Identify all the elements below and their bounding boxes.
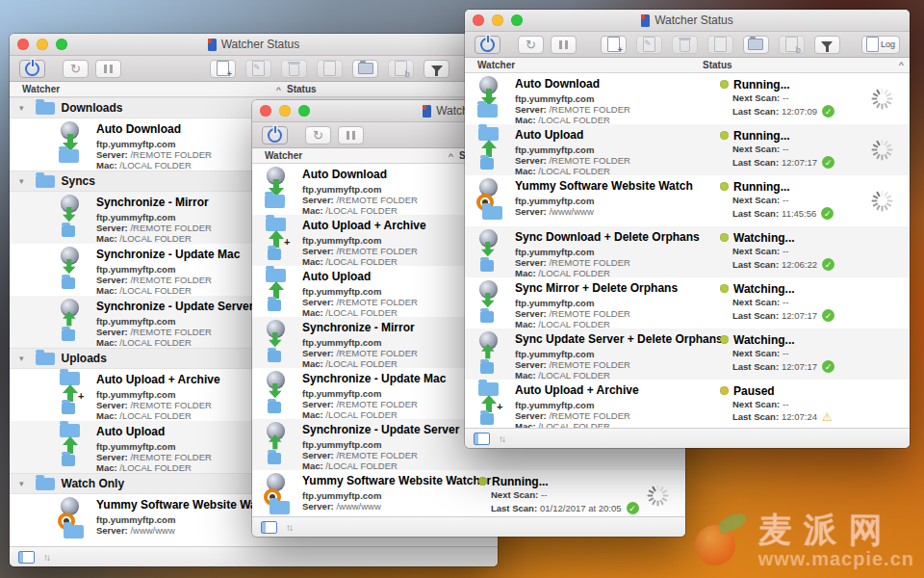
close-button[interactable] [260,105,271,117]
watcher-row[interactable]: Yummy Software Website Watchftp.yummyftp… [465,175,910,226]
watcher-row[interactable]: Sync Update Server + Delete Orphansftp.y… [465,328,910,380]
column-header-status[interactable]: Status [703,60,910,70]
disclosure-triangle-icon[interactable]: ▾ [19,103,24,113]
panel-icon [261,521,277,534]
delete-watcher-button[interactable] [672,36,698,54]
minimize-button[interactable] [37,39,48,50]
status-dot-icon [720,131,729,140]
export-watcher-button[interactable]: b [779,36,805,54]
column-header-watcher[interactable]: Watcher ^ [10,84,287,94]
reveal-folder-button[interactable] [743,36,769,54]
trash-icon [680,39,690,52]
status-dot-icon [720,386,729,395]
watcher-server: Server: /REMOTE FOLDER [515,104,703,115]
log-button[interactable]: Log [861,36,900,54]
close-button[interactable] [473,14,484,26]
delete-watcher-button[interactable] [281,60,307,78]
group-folder-icon [36,353,55,365]
watcher-info: Sync Download + Delete Orphansftp.yummyf… [515,226,703,277]
watcher-row[interactable]: +Auto Upload + Archiveftp.yummyftp.comSe… [465,380,910,428]
panel-toggle-button[interactable] [18,551,35,564]
watcher-host: ftp.yummyftp.com [302,184,461,195]
loading-spinner-icon [869,137,895,163]
disclosure-triangle-icon[interactable]: ▾ [19,479,24,488]
close-button[interactable] [17,39,29,50]
pause-icon [558,38,570,52]
warning-icon: ⚠ [822,411,833,423]
disclosure-triangle-icon[interactable]: ▾ [19,176,24,186]
power-button[interactable] [262,126,288,144]
panel-toggle-button[interactable] [474,433,490,445]
duplicate-watcher-button[interactable] [317,60,343,78]
watcher-host: ftp.yummyftp.com [302,439,461,450]
watcher-row[interactable]: Sync Download + Delete Orphansftp.yummyf… [465,226,910,277]
window-watcher-status-front[interactable]: Watcher Status ↻ + ✎ b Log Watcher [465,10,910,448]
power-icon [268,128,282,143]
status-label: Running... [733,180,790,194]
last-scan: Last Scan: 12:07:09✓ [732,105,854,118]
refresh-button[interactable]: ↻ [518,36,544,54]
watcher-row[interactable]: Yummy Software Website Watcherftp.yummyf… [252,470,685,516]
upload-icon [476,127,509,171]
zoom-button[interactable] [298,105,310,117]
disclosure-triangle-icon[interactable]: ▾ [19,354,24,363]
sort-order-button[interactable]: ↑↓ [43,552,49,563]
watcher-info: Yummy Software Website Watchftp.yummyftp… [515,175,703,226]
power-button[interactable] [19,60,45,78]
watcher-host: ftp.yummyftp.com [515,93,703,104]
refresh-button[interactable]: ↻ [63,60,89,78]
next-scan: Next Scan: -- [732,195,854,206]
new-watcher-button[interactable]: + [601,36,627,54]
watcher-host: ftp.yummyftp.com [515,196,703,206]
filter-button[interactable] [424,60,449,78]
sort-order-button[interactable]: ↑↓ [499,434,504,444]
watcher-host: ftp.yummyftp.com [302,286,461,297]
pause-button[interactable] [551,36,577,54]
zoom-button[interactable] [56,39,67,50]
group-label: Downloads [62,101,123,115]
minimize-button[interactable] [492,14,503,26]
toolbar: ↻ + ✎ b Log [465,32,910,58]
pause-icon [346,128,357,143]
zoom-button[interactable] [511,14,523,26]
watcher-row[interactable]: Auto Downloadftp.yummyftp.comServer: /RE… [465,73,910,124]
titlebar[interactable]: Watcher Status [10,34,498,56]
power-button[interactable] [475,36,500,54]
column-header-watcher[interactable]: Watcher ^ [252,150,459,161]
watcher-name: Sync Mirror + Delete Orphans [515,281,703,296]
column-header-watcher[interactable]: Watcher ^ [465,60,703,70]
watermark-site-url: www.macpie.cn [758,548,914,570]
new-watcher-button[interactable]: + [210,60,236,78]
filter-button[interactable] [814,36,840,54]
status-dot-icon [720,284,729,293]
watcher-list: Auto Downloadftp.yummyftp.comServer: /RE… [465,73,910,428]
folder-icon [358,63,373,74]
refresh-button[interactable]: ↻ [305,126,331,144]
group-folder-icon [36,102,55,115]
edit-watcher-button[interactable]: ✎ [245,60,271,78]
panel-toggle-button[interactable] [261,521,277,534]
edit-watcher-button[interactable]: ✎ [636,36,662,54]
watcher-info: Auto Uploadftp.yummyftp.comServer: /REMO… [302,266,461,317]
next-scan: Next Scan: -- [732,297,854,308]
titlebar[interactable]: Watcher Status [465,10,910,32]
watcher-server: Server: /REMOTE FOLDER [302,297,461,307]
watcher-host: ftp.yummyftp.com [515,298,703,308]
download-icon [58,121,90,166]
watcher-row[interactable]: Auto Uploadftp.yummyftp.comServer: /REMO… [465,124,910,175]
reveal-folder-button[interactable] [352,60,378,78]
pause-button[interactable] [95,60,121,78]
watcher-name: Sync Download + Delete Orphans [515,230,703,245]
watcher-row[interactable]: Sync Mirror + Delete Orphansftp.yummyftp… [465,277,910,328]
minimize-button[interactable] [279,105,291,117]
watcher-name: Synchronize - Mirror [302,321,461,335]
watcher-info: Synchronize - Update Serverftp.yummyftp.… [302,419,461,470]
watcher-server: Server: /REMOTE FOLDER [515,155,703,166]
pause-button[interactable] [338,126,364,144]
export-watcher-button[interactable]: b [388,60,414,78]
duplicate-watcher-button[interactable] [707,36,733,54]
duplicate-document-icon [323,61,336,76]
filter-funnel-icon [431,66,443,72]
sort-order-button[interactable]: ↑↓ [286,522,292,533]
check-icon: ✓ [822,105,834,118]
